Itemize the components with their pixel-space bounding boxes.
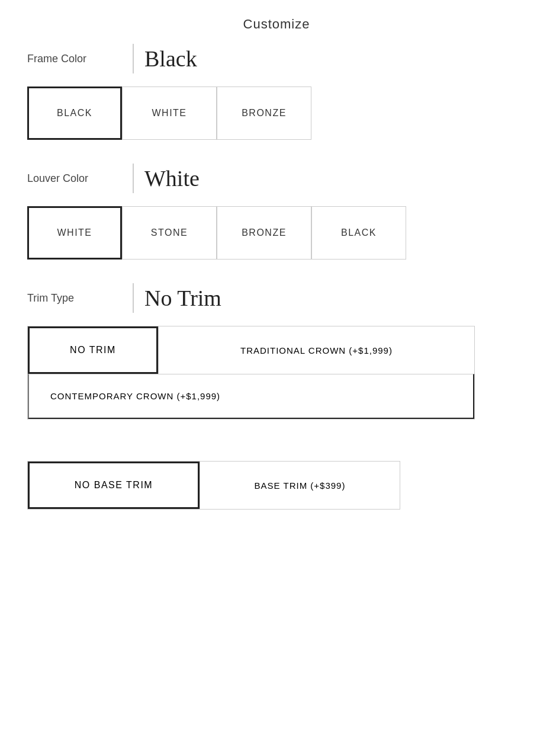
louver-color-stone-button[interactable]: STONE [122, 206, 217, 260]
trim-type-divider [133, 283, 134, 313]
trim-traditional-crown-button[interactable]: TRADITIONAL CROWN (+$1,999) [158, 326, 474, 374]
trim-type-buttons: NO TRIM TRADITIONAL CROWN (+$1,999) CONT… [27, 326, 475, 419]
frame-color-value: Black [144, 46, 197, 72]
trim-type-value: No Trim [144, 285, 221, 311]
frame-color-label: Frame Color [27, 53, 122, 65]
louver-color-value: White [144, 165, 200, 191]
base-trim-no-button[interactable]: NO BASE TRIM [28, 462, 200, 509]
louver-color-label: Louver Color [27, 172, 122, 185]
base-trim-buttons: NO BASE TRIM BASE TRIM (+$399) [27, 461, 400, 510]
trim-no-trim-button[interactable]: NO TRIM [28, 326, 158, 374]
frame-color-divider [133, 44, 134, 73]
frame-color-bronze-button[interactable]: BRONZE [217, 87, 311, 140]
trim-contemporary-crown-button[interactable]: CONTEMPORARY CROWN (+$1,999) [28, 374, 474, 419]
frame-color-label-row: Frame Color Black [27, 44, 526, 73]
louver-color-group: Louver Color White WHITE STONE BRONZE BL… [27, 164, 526, 260]
louver-color-buttons: WHITE STONE BRONZE BLACK [27, 206, 526, 260]
base-trim-group: NO BASE TRIM BASE TRIM (+$399) [27, 461, 526, 510]
louver-color-white-button[interactable]: WHITE [27, 206, 122, 260]
louver-color-label-row: Louver Color White [27, 164, 526, 193]
louver-color-divider [133, 164, 134, 193]
frame-color-buttons: BLACK WHITE BRONZE [27, 87, 526, 140]
louver-color-black-button[interactable]: BLACK [311, 206, 406, 260]
page-title: Customize [0, 0, 553, 44]
louver-color-bronze-button[interactable]: BRONZE [217, 206, 311, 260]
frame-color-white-button[interactable]: WHITE [122, 87, 217, 140]
trim-type-label: Trim Type [27, 292, 122, 305]
trim-type-label-row: Trim Type No Trim [27, 283, 526, 313]
base-trim-yes-button[interactable]: BASE TRIM (+$399) [200, 462, 400, 509]
frame-color-group: Frame Color Black BLACK WHITE BRONZE [27, 44, 526, 140]
frame-color-black-button[interactable]: BLACK [27, 87, 122, 140]
trim-type-group: Trim Type No Trim NO TRIM TRADITIONAL CR… [27, 283, 526, 419]
